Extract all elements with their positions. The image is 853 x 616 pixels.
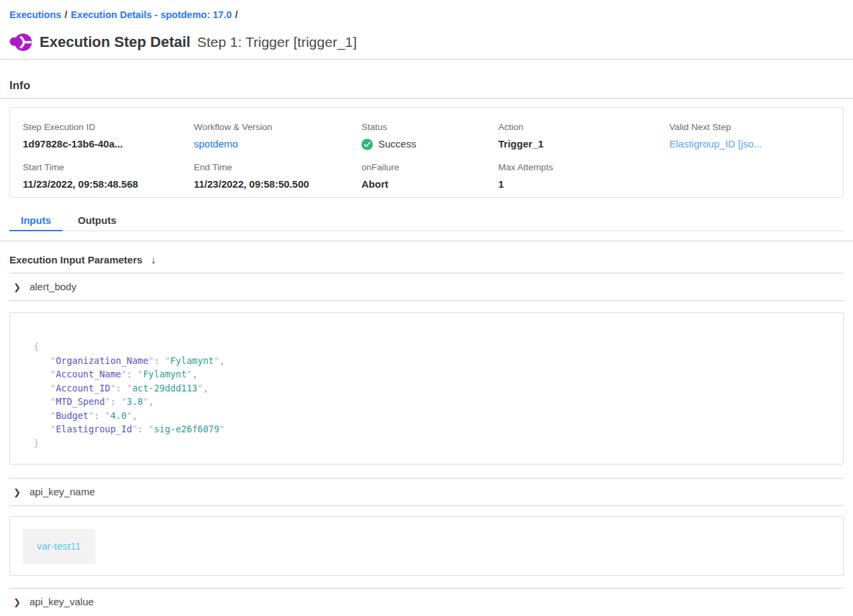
divider xyxy=(0,98,853,99)
divider xyxy=(9,300,844,301)
field-value: Abort xyxy=(361,178,498,190)
field-onfailure: onFailure Abort xyxy=(361,162,498,190)
field-end-time: End Time 11/23/2022, 09:58:50.500 xyxy=(194,162,361,190)
page-header: Execution Step Detail Step 1: Trigger [t… xyxy=(9,31,844,54)
field-label: Start Time xyxy=(23,162,194,173)
execution-step-detail-page: Executions/Execution Details - spotdemo:… xyxy=(0,0,853,615)
field-valid-next-step: Valid Next Step Elastigroup_ID [jso... xyxy=(669,122,843,150)
alert-body-json-panel: {"Organization_Name": "Fylamynt","Accoun… xyxy=(9,312,844,465)
collapse-all-arrow-icon[interactable]: ↓ xyxy=(150,253,156,267)
field-start-time: Start Time 11/23/2022, 09:58:48.568 xyxy=(23,162,194,190)
tab-outputs[interactable]: Outputs xyxy=(66,212,128,231)
chevron-right-icon: ❯ xyxy=(13,487,21,497)
page-subtitle: Step 1: Trigger [trigger_1] xyxy=(197,34,357,50)
field-label: onFailure xyxy=(361,162,498,173)
field-label: Max Attempts xyxy=(498,162,669,173)
page-title: Execution Step Detail xyxy=(40,34,190,51)
field-label: Valid Next Step xyxy=(669,122,843,133)
param-name: api_key_value xyxy=(30,596,94,608)
field-step-execution-id: Step Execution ID 1d97828c-13b6-40a... xyxy=(23,122,194,150)
field-action: Action Trigger_1 xyxy=(498,122,669,150)
info-section-heading: Info xyxy=(9,79,844,93)
json-code: {"Organization_Name": "Fylamynt","Accoun… xyxy=(34,340,843,450)
status-text: Success xyxy=(378,138,416,150)
tab-bar: Inputs Outputs xyxy=(9,212,844,231)
field-status: Status Success xyxy=(361,122,498,150)
workflow-link[interactable]: spotdemo xyxy=(194,138,361,150)
info-card: Step Execution ID 1d97828c-13b6-40a... W… xyxy=(9,107,844,198)
param-row-api-key-value[interactable]: ❯ api_key_value xyxy=(9,589,844,615)
divider xyxy=(9,505,844,506)
brand-logo-icon xyxy=(9,32,32,52)
field-max-attempts: Max Attempts 1 xyxy=(498,162,669,190)
field-value: 1d97828c-13b6-40a... xyxy=(23,138,194,150)
api-key-name-panel: var-test11 xyxy=(9,516,844,576)
execution-input-parameters-heading: Execution Input Parameters ↓ xyxy=(9,241,844,267)
breadcrumb: Executions/Execution Details - spotdemo:… xyxy=(9,0,844,21)
field-value: 1 xyxy=(498,178,669,190)
breadcrumb-separator: / xyxy=(235,9,238,20)
field-label: Action xyxy=(498,122,669,133)
status-badge: Success xyxy=(361,138,498,150)
tab-inputs[interactable]: Inputs xyxy=(9,212,62,231)
chevron-right-icon: ❯ xyxy=(13,282,21,292)
breadcrumb-link-execution-details[interactable]: Execution Details - spotdemo: 17.0 xyxy=(70,9,231,20)
field-value: Trigger_1 xyxy=(498,138,669,150)
chevron-right-icon: ❯ xyxy=(13,597,21,607)
success-check-icon xyxy=(361,139,373,150)
field-value: 11/23/2022, 09:58:48.568 xyxy=(23,178,194,190)
param-row-alert-body[interactable]: ❯ alert_body xyxy=(9,273,844,300)
breadcrumb-separator: / xyxy=(64,9,67,20)
field-workflow-version: Workflow & Version spotdemo xyxy=(194,122,361,150)
breadcrumb-link-executions[interactable]: Executions xyxy=(9,9,61,20)
param-heading-label: Execution Input Parameters xyxy=(9,253,142,267)
next-step-link[interactable]: Elastigroup_ID [jso... xyxy=(669,138,843,150)
param-row-api-key-name[interactable]: ❯ api_key_name xyxy=(9,479,844,505)
field-label: Step Execution ID xyxy=(23,122,194,133)
api-key-name-value: var-test11 xyxy=(23,529,95,564)
field-label: Workflow & Version xyxy=(194,122,361,133)
divider xyxy=(0,59,853,60)
param-name: alert_body xyxy=(30,281,76,293)
field-label: End Time xyxy=(194,162,361,173)
field-value: 11/23/2022, 09:58:50.500 xyxy=(194,178,361,190)
field-label: Status xyxy=(361,122,498,133)
param-name: api_key_name xyxy=(30,486,95,498)
